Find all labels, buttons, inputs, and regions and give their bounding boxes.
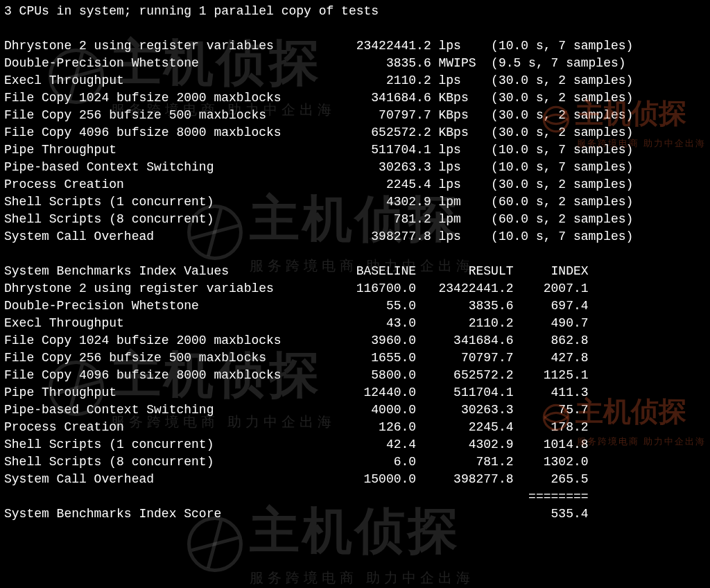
svg-point-1 bbox=[544, 405, 568, 429]
watermark-red: 主机侦探 服务跨境电商 助力中企出海 bbox=[541, 402, 706, 450]
watermark-red: 主机侦探 服务跨境电商 助力中企出海 bbox=[541, 104, 706, 152]
watermark: 主机侦探 服务跨境电商 助力中企出海 bbox=[187, 517, 474, 587]
svg-point-0 bbox=[544, 107, 568, 131]
